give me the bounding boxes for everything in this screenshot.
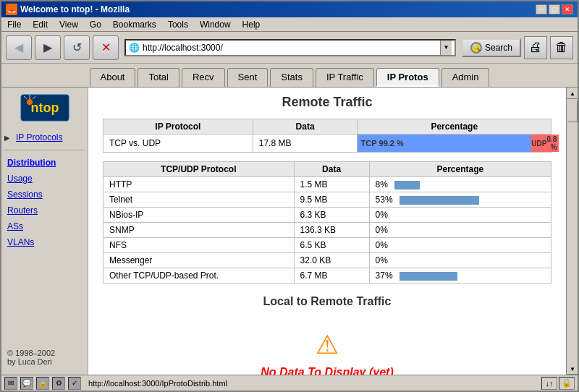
title-bar: 🦊 Welcome to ntop! - Mozilla ─ □ ✕ [1, 1, 578, 17]
main-area: ntop ▶ IP Protocols Distribution Usage S… [1, 88, 578, 375]
arrow-icon: ▶ [4, 134, 10, 142]
sidebar-item-usage[interactable]: Usage [4, 172, 85, 185]
tab-stats[interactable]: Stats [270, 68, 313, 87]
printer-button[interactable]: 🖨 [524, 36, 547, 59]
status-icon-2: 💬 [20, 377, 33, 390]
proto-header-protocol: IP Protocol [103, 119, 253, 135]
table-row: Other TCP/UDP-based Prot. 6.7 MB 37% [103, 268, 551, 284]
status-right: ↓↑ 🔒 [541, 377, 575, 390]
warning-area: ⚠ No Data To Display (yet) [103, 315, 551, 375]
dist-data-4: 6.5 KB [294, 238, 369, 253]
url-dropdown[interactable]: ▼ [440, 41, 452, 55]
dist-pct-5: 0% [369, 253, 551, 268]
ip-protocols-label[interactable]: IP Protocols [13, 131, 65, 144]
menu-item-edit[interactable]: Edit [30, 19, 51, 30]
dist-protocol-6: Other TCP/UDP-based Prot. [103, 268, 295, 284]
browser-icon: 🦊 [6, 4, 17, 15]
sidebar-item-routers[interactable]: Routers [4, 204, 85, 217]
dist-pct-4: 0% [369, 238, 551, 253]
svg-text:ntop: ntop [30, 101, 59, 115]
tab-admin[interactable]: Admin [441, 68, 490, 87]
local-remote-title: Local to Remote Traffic [103, 295, 551, 308]
dist-pct-2: 0% [369, 208, 551, 223]
dist-protocol-5: Messenger [103, 253, 295, 268]
dist-data-1: 9.5 MB [294, 192, 369, 208]
scroll-up-button[interactable]: ▲ [567, 88, 578, 99]
tab-sent[interactable]: Sent [227, 68, 269, 87]
back-button[interactable]: ◀ [6, 35, 32, 60]
dist-protocol-2: NBios-IP [103, 208, 295, 223]
minimize-button[interactable]: ─ [536, 4, 547, 14]
dist-header-protocol: TCP/UDP Protocol [103, 162, 295, 177]
menu-item-tools[interactable]: Tools [165, 19, 191, 30]
trash-button[interactable]: 🗑 [550, 36, 573, 59]
sidebar-item-distribution[interactable]: Distribution [4, 156, 85, 169]
sidebar-divider [4, 150, 85, 150]
menu-item-view[interactable]: View [56, 19, 81, 30]
close-button[interactable]: ✕ [562, 4, 573, 14]
tcp-bar: TCP 99.2 % [358, 135, 531, 152]
status-right-icon-1: ↓↑ [541, 377, 557, 390]
scroll-thumb[interactable] [567, 101, 578, 122]
table-row: NFS 6.5 KB 0% [103, 238, 551, 253]
stop-button[interactable]: ✕ [93, 35, 119, 60]
content-area: Remote Traffic IP Protocol Data Percenta… [88, 88, 566, 375]
dist-pct-1: 53% [369, 192, 551, 208]
window-title: Welcome to ntop! - Mozilla [20, 4, 130, 14]
udp-bar: UDP0.8 % [531, 135, 559, 152]
search-button[interactable]: 🔍 Search [462, 38, 521, 57]
ip-protocols-item[interactable]: ▶ IP Protocols [4, 131, 85, 144]
reload-button[interactable]: ↺ [64, 35, 90, 60]
dist-data-0: 1.5 MB [294, 177, 369, 192]
menu-item-file[interactable]: File [4, 19, 24, 30]
status-url: http://localhost:3000/IpProtoDistrib.htm… [84, 379, 538, 388]
forward-button[interactable]: ▶ [35, 35, 61, 60]
status-icon-5: ✓ [68, 377, 81, 390]
table-row: NBios-IP 6.3 KB 0% [103, 208, 551, 223]
scroll-down-button[interactable]: ▼ [567, 363, 578, 375]
dist-protocol-1: Telnet [103, 192, 295, 208]
url-bar: 🌐 ▼ [124, 39, 456, 56]
proto-data-cell: 17.8 MB [253, 135, 358, 153]
menu-item-go[interactable]: Go [87, 19, 104, 30]
maximize-button[interactable]: □ [549, 4, 560, 14]
dist-data-6: 6.7 MB [294, 268, 369, 284]
dist-header-pct: Percentage [369, 162, 551, 177]
sidebar-item-sessions[interactable]: Sessions [4, 188, 85, 201]
tab-ip-protos[interactable]: IP Protos [376, 68, 439, 87]
dist-header-data: Data [294, 162, 369, 177]
dist-protocol-0: HTTP [103, 177, 295, 192]
url-input[interactable] [143, 43, 440, 53]
warning-icon: ⚠ [117, 330, 537, 360]
sidebar-item-ass[interactable]: ASs [4, 220, 85, 233]
scroll-track [567, 124, 578, 363]
tab-total[interactable]: Total [138, 68, 179, 87]
status-icon-3: 🔒 [36, 377, 49, 390]
tab-ip-traffic[interactable]: IP Traffic [316, 68, 374, 87]
dist-protocol-4: NFS [103, 238, 295, 253]
content-inner: Remote Traffic IP Protocol Data Percenta… [88, 88, 566, 375]
copyright-text: © 1998–2002 by Luca Deri [4, 346, 85, 369]
menu-item-help[interactable]: Help [240, 19, 263, 30]
status-icon-4: ⚙ [52, 377, 65, 390]
dist-protocol-3: SNMP [103, 223, 295, 238]
dist-table: TCP/UDP Protocol Data Percentage HTTP 1.… [103, 161, 551, 284]
tab-about[interactable]: About [90, 68, 136, 87]
table-row: Messenger 32.0 KB 0% [103, 253, 551, 268]
browser-window: 🦊 Welcome to ntop! - Mozilla ─ □ ✕ FileE… [0, 0, 579, 392]
sidebar: ntop ▶ IP Protocols Distribution Usage S… [1, 88, 88, 375]
remote-traffic-title: Remote Traffic [103, 95, 551, 110]
menu-item-window[interactable]: Window [197, 19, 234, 30]
dist-data-2: 6.3 KB [294, 208, 369, 223]
svg-point-2 [27, 99, 33, 105]
table-row: TCP vs. UDP 17.8 MB TCP 99.2 % UDP0.8 % [103, 135, 551, 153]
status-right-icon-2: 🔒 [559, 377, 575, 390]
table-row: SNMP 136.3 KB 0% [103, 223, 551, 238]
tab-recv[interactable]: Recv [182, 68, 225, 87]
url-icon: 🌐 [129, 43, 140, 53]
dist-pct-3: 0% [369, 223, 551, 238]
menu-item-bookmarks[interactable]: Bookmarks [110, 19, 159, 30]
sidebar-item-vlans[interactable]: VLANs [4, 236, 85, 249]
proto-header-data: Data [253, 119, 358, 135]
status-bar: ✉ 💬 🔒 ⚙ ✓ http://localhost:3000/IpProtoD… [1, 375, 578, 391]
